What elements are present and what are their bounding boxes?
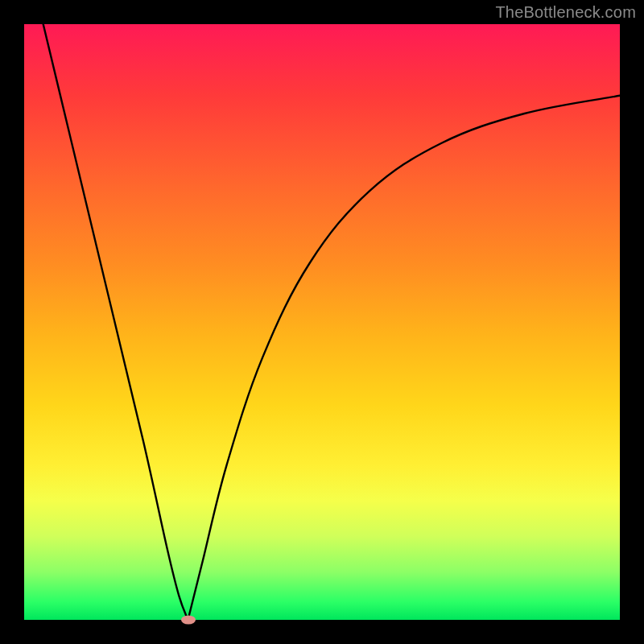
chart-frame: TheBottleneck.com (0, 0, 644, 644)
curve-right-branch (188, 96, 621, 620)
watermark-text: TheBottleneck.com (495, 3, 636, 22)
chart-plot-area (24, 24, 620, 620)
curve-layer (24, 24, 620, 620)
curve-left-branch (36, 0, 188, 620)
minimum-marker (181, 616, 196, 625)
